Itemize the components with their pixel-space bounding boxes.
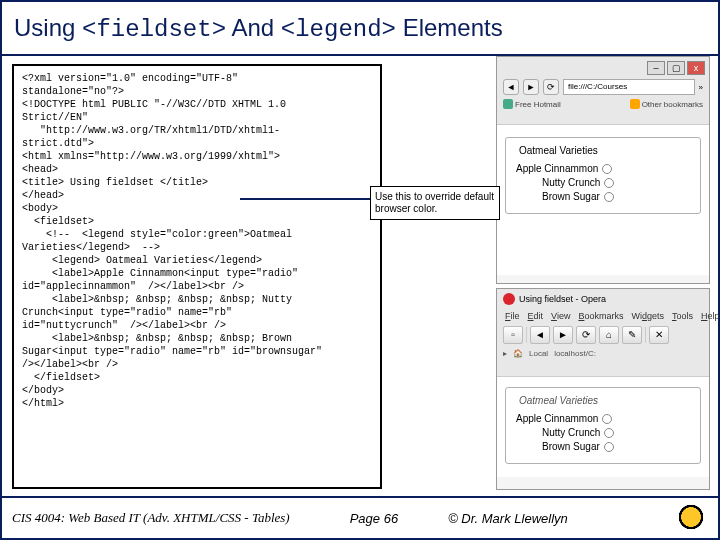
- bookmark-label: Free Hotmail: [515, 100, 561, 109]
- option-label: Brown Sugar: [542, 441, 600, 452]
- menu-help[interactable]: Help: [701, 311, 720, 321]
- radio-option: Nutty Crunch: [516, 427, 690, 438]
- opera-viewport: Oatmeal Varieties Apple Cinnammon Nutty …: [497, 377, 709, 477]
- menu-view[interactable]: View: [551, 311, 570, 321]
- radio-option: Nutty Crunch: [516, 177, 690, 188]
- title-suffix: Elements: [396, 14, 503, 41]
- browser-chrome-screenshot: – ▢ x ◄ ► ⟳ file:///C:/Courses » Free Ho…: [496, 56, 710, 284]
- opera-toolbar: Using fieldset - Opera File Edit View Bo…: [497, 289, 709, 377]
- reload-button[interactable]: ⟳: [576, 326, 596, 344]
- slide-title: Using <fieldset> And <legend> Elements: [2, 2, 718, 56]
- forward-button[interactable]: ►: [553, 326, 573, 344]
- expand-icon[interactable]: ▸: [503, 349, 507, 358]
- menu-widgets[interactable]: Widgets: [631, 311, 664, 321]
- forward-button[interactable]: ►: [523, 79, 539, 95]
- opera-menu-bar: File Edit View Bookmarks Widgets Tools H…: [497, 309, 709, 323]
- radio-input[interactable]: [602, 414, 612, 424]
- bookmark-label: Other bookmarks: [642, 100, 703, 109]
- callout-arrow: [240, 198, 370, 200]
- menu-edit[interactable]: Edit: [528, 311, 544, 321]
- radio-option: Apple Cinnammon: [516, 163, 690, 174]
- radio-option: Apple Cinnammon: [516, 413, 690, 424]
- ucf-logo-icon: [674, 500, 708, 534]
- radio-input[interactable]: [604, 178, 614, 188]
- menu-bookmarks[interactable]: Bookmarks: [578, 311, 623, 321]
- opera-window-title: Using fieldset - Opera: [519, 294, 606, 304]
- window-controls: – ▢ x: [647, 61, 705, 75]
- bookmark-item[interactable]: Free Hotmail: [503, 99, 561, 109]
- minimize-button[interactable]: –: [647, 61, 665, 75]
- title-mid: And: [226, 14, 281, 41]
- bookmarks-chevron-icon[interactable]: »: [699, 83, 703, 92]
- toolbar-separator: [526, 327, 527, 343]
- radio-input[interactable]: [604, 428, 614, 438]
- option-label: Nutty Crunch: [542, 427, 600, 438]
- home-button[interactable]: ⌂: [599, 326, 619, 344]
- back-button[interactable]: ◄: [530, 326, 550, 344]
- opera-button-bar: ▫ ◄ ► ⟳ ⌂ ✎ ✕: [497, 323, 709, 347]
- maximize-button[interactable]: ▢: [667, 61, 685, 75]
- back-button[interactable]: ◄: [503, 79, 519, 95]
- title-code-fieldset: <fieldset>: [82, 16, 226, 43]
- option-label: Brown Sugar: [542, 191, 600, 202]
- wand-button[interactable]: ✎: [622, 326, 642, 344]
- rendered-fieldset: Oatmeal Varieties Apple Cinnammon Nutty …: [505, 137, 701, 214]
- option-label: Apple Cinnammon: [516, 413, 598, 424]
- slide-container: Using <fieldset> And <legend> Elements <…: [0, 0, 720, 540]
- rendered-legend: Oatmeal Varieties: [516, 145, 601, 156]
- footer-copyright: © Dr. Mark Llewellyn: [448, 511, 568, 526]
- browser-opera-screenshot: Using fieldset - Opera File Edit View Bo…: [496, 288, 710, 490]
- opera-logo-icon: [503, 293, 515, 305]
- status-path: localhost/C:: [554, 349, 596, 358]
- bookmark-item[interactable]: Other bookmarks: [630, 99, 703, 109]
- title-text: Using <fieldset> And <legend> Elements: [14, 14, 503, 43]
- footer-course: CIS 4004: Web Based IT (Adv. XHTML/CSS -…: [12, 510, 290, 526]
- stop-button[interactable]: ✕: [649, 326, 669, 344]
- menu-file[interactable]: File: [505, 311, 520, 321]
- rendered-fieldset: Oatmeal Varieties Apple Cinnammon Nutty …: [505, 387, 701, 464]
- title-prefix: Using: [14, 14, 82, 41]
- opera-titlebar: Using fieldset - Opera: [497, 289, 709, 309]
- slide-footer: CIS 4004: Web Based IT (Adv. XHTML/CSS -…: [2, 496, 718, 538]
- radio-input[interactable]: [604, 442, 614, 452]
- radio-option: Brown Sugar: [516, 441, 690, 452]
- code-listing: <?xml version="1.0" encoding="UTF-8" sta…: [12, 64, 382, 489]
- opera-status-bar: ▸ 🏠 Local localhost/C:: [497, 347, 709, 360]
- bookmarks-bar: Free Hotmail Other bookmarks: [497, 97, 709, 111]
- callout-box: Use this to override default browser col…: [370, 186, 500, 220]
- home-icon: 🏠: [513, 349, 523, 358]
- address-bar[interactable]: file:///C:/Courses: [563, 79, 695, 95]
- reload-button[interactable]: ⟳: [543, 79, 559, 95]
- radio-option: Brown Sugar: [516, 191, 690, 202]
- close-button[interactable]: x: [687, 61, 705, 75]
- option-label: Apple Cinnammon: [516, 163, 598, 174]
- folder-icon: [630, 99, 640, 109]
- bookmark-icon: [503, 99, 513, 109]
- slide-content: <?xml version="1.0" encoding="UTF-8" sta…: [2, 56, 718, 496]
- radio-input[interactable]: [604, 192, 614, 202]
- title-code-legend: <legend>: [281, 16, 396, 43]
- option-label: Nutty Crunch: [542, 177, 600, 188]
- menu-tools[interactable]: Tools: [672, 311, 693, 321]
- rendered-legend: Oatmeal Varieties: [516, 395, 601, 406]
- new-tab-button[interactable]: ▫: [503, 326, 523, 344]
- radio-input[interactable]: [602, 164, 612, 174]
- toolbar-separator: [645, 327, 646, 343]
- status-local: Local: [529, 349, 548, 358]
- footer-page: Page 66: [350, 511, 398, 526]
- browser-viewport: Oatmeal Varieties Apple Cinnammon Nutty …: [497, 125, 709, 275]
